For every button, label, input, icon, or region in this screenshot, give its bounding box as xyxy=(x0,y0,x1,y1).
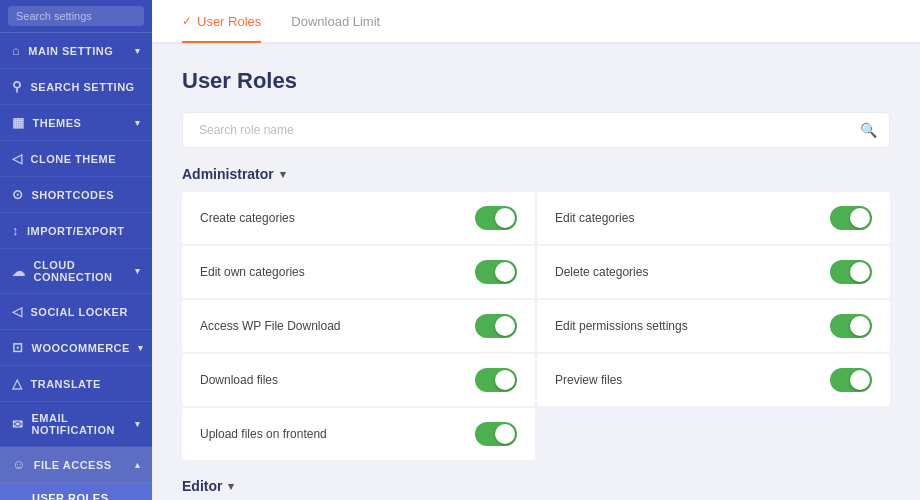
section-label: Editor xyxy=(182,478,222,494)
section-editor-header[interactable]: Editor ▾ xyxy=(182,478,890,494)
tabs-bar: ✓ User Roles Download Limit xyxy=(152,0,920,44)
toggle-preview-files[interactable] xyxy=(830,368,872,392)
sidebar-item-label: TRANSLATE xyxy=(31,378,101,390)
woo-icon: ⊡ xyxy=(12,340,24,355)
perm-label: Upload files on frontend xyxy=(200,427,327,441)
tab-download-limit[interactable]: Download Limit xyxy=(291,2,380,43)
sidebar-item-label: THEMES xyxy=(33,117,82,129)
perm-upload-files-on-frontend: Upload files on frontend xyxy=(182,408,535,460)
perm-label: Download files xyxy=(200,373,278,387)
sidebar-item-label: EMAIL NOTIFICATION xyxy=(32,412,127,436)
sidebar-item-shortcodes[interactable]: ⊙ SHORTCODES xyxy=(0,177,152,213)
sidebar-item-label: SHORTCODES xyxy=(32,189,115,201)
sidebar-item-themes[interactable]: ▦ THEMES ▾ xyxy=(0,105,152,141)
search-icon: 🔍 xyxy=(860,122,877,138)
clone-icon: ◁ xyxy=(12,151,23,166)
sidebar-item-label: WOOCOMMERCE xyxy=(32,342,130,354)
sidebar-item-social-locker[interactable]: ◁ SOCIAL LOCKER xyxy=(0,294,152,330)
sidebar-item-file-access[interactable]: ☺ FILE ACCESS ▴ xyxy=(0,447,152,483)
email-icon: ✉ xyxy=(12,417,24,432)
search-nav-icon: ⚲ xyxy=(12,79,23,94)
caret-down-icon: ▾ xyxy=(228,480,234,493)
perm-edit-permissions-settings: Edit permissions settings xyxy=(537,300,890,352)
perm-label: Preview files xyxy=(555,373,622,387)
sidebar-item-import-export[interactable]: ↕ IMPORT/EXPORT xyxy=(0,213,152,249)
chevron-icon: ▾ xyxy=(135,118,141,128)
role-search-input[interactable] xyxy=(195,113,860,147)
toggle-edit-categories[interactable] xyxy=(830,206,872,230)
cloud-icon: ☁ xyxy=(12,264,26,279)
check-icon: ✓ xyxy=(182,14,192,28)
chevron-icon: ▾ xyxy=(135,46,141,56)
toggle-upload-files-on-frontend[interactable] xyxy=(475,422,517,446)
content-area: User Roles 🔍 Administrator ▾ Create cate… xyxy=(152,44,920,500)
toggle-access-wp-file-download[interactable] xyxy=(475,314,517,338)
chevron-icon: ▾ xyxy=(135,266,141,276)
sidebar-item-email-notification[interactable]: ✉ EMAIL NOTIFICATION ▾ xyxy=(0,402,152,447)
sidebar: ⌂ MAIN SETTING ▾ ⚲ SEARCH SETTING ▦ THEM… xyxy=(0,0,152,500)
perm-label: Edit categories xyxy=(555,211,634,225)
sidebar-item-search-setting[interactable]: ⚲ SEARCH SETTING xyxy=(0,69,152,105)
sidebar-item-translate[interactable]: △ TRANSLATE xyxy=(0,366,152,402)
sidebar-search-input[interactable] xyxy=(8,6,144,26)
translate-icon: △ xyxy=(12,376,23,391)
chevron-icon: ▾ xyxy=(138,343,144,353)
tab-label: User Roles xyxy=(197,14,261,29)
tab-user-roles[interactable]: ✓ User Roles xyxy=(182,2,261,43)
sidebar-sub-item-label: USER ROLES xyxy=(32,492,109,500)
chevron-icon: ▾ xyxy=(135,419,141,429)
toggle-create-categories[interactable] xyxy=(475,206,517,230)
perm-label: Create categories xyxy=(200,211,295,225)
perm-create-categories: Create categories xyxy=(182,192,535,244)
social-icon: ◁ xyxy=(12,304,23,319)
import-export-icon: ↕ xyxy=(12,223,19,238)
caret-down-icon: ▾ xyxy=(280,168,286,181)
themes-icon: ▦ xyxy=(12,115,25,130)
sidebar-item-label: CLOUD CONNECTION xyxy=(34,259,127,283)
perm-preview-files: Preview files xyxy=(537,354,890,406)
sidebar-item-woocommerce[interactable]: ⊡ WOOCOMMERCE ▾ xyxy=(0,330,152,366)
tab-label: Download Limit xyxy=(291,14,380,29)
sidebar-item-label: MAIN SETTING xyxy=(28,45,113,57)
main-content: ✓ User Roles Download Limit User Roles 🔍… xyxy=(152,0,920,500)
sidebar-item-label: SEARCH SETTING xyxy=(31,81,135,93)
perm-download-files: Download files xyxy=(182,354,535,406)
sidebar-item-label: SOCIAL LOCKER xyxy=(31,306,128,318)
toggle-download-files[interactable] xyxy=(475,368,517,392)
sidebar-item-main-setting[interactable]: ⌂ MAIN SETTING ▾ xyxy=(0,33,152,69)
home-icon: ⌂ xyxy=(12,43,20,58)
sidebar-search-container xyxy=(0,0,152,33)
sidebar-item-label: FILE ACCESS xyxy=(34,459,112,471)
file-access-icon: ☺ xyxy=(12,457,26,472)
sidebar-sub-item-user-roles[interactable]: USER ROLES xyxy=(0,483,152,500)
perm-access-wp-file-download: Access WP File Download xyxy=(182,300,535,352)
perm-edit-own-categories: Edit own categories xyxy=(182,246,535,298)
toggle-edit-permissions-settings[interactable] xyxy=(830,314,872,338)
section-administrator-header[interactable]: Administrator ▾ xyxy=(182,166,890,182)
sidebar-item-label: IMPORT/EXPORT xyxy=(27,225,125,237)
perm-label: Edit permissions settings xyxy=(555,319,688,333)
perm-delete-categories: Delete categories xyxy=(537,246,890,298)
shortcodes-icon: ⊙ xyxy=(12,187,24,202)
sidebar-item-cloud-connection[interactable]: ☁ CLOUD CONNECTION ▾ xyxy=(0,249,152,294)
role-search-bar: 🔍 xyxy=(182,112,890,148)
chevron-up-icon: ▴ xyxy=(135,460,141,470)
sidebar-item-label: CLONE THEME xyxy=(31,153,117,165)
toggle-edit-own-categories[interactable] xyxy=(475,260,517,284)
section-label: Administrator xyxy=(182,166,274,182)
toggle-delete-categories[interactable] xyxy=(830,260,872,284)
perm-label: Delete categories xyxy=(555,265,648,279)
sidebar-item-clone-theme[interactable]: ◁ CLONE THEME xyxy=(0,141,152,177)
perm-label: Edit own categories xyxy=(200,265,305,279)
perm-label: Access WP File Download xyxy=(200,319,341,333)
perm-edit-categories: Edit categories xyxy=(537,192,890,244)
page-title: User Roles xyxy=(182,68,890,94)
administrator-permissions-grid: Create categories Edit categories Edit o… xyxy=(182,192,890,460)
